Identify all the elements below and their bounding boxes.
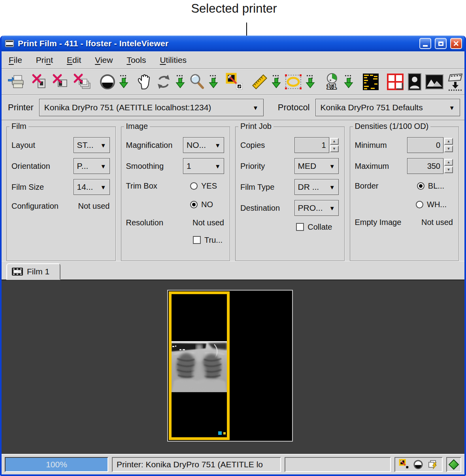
true-size-checkbox[interactable] [193,236,201,244]
true-size-label: Tru... [204,236,223,245]
chevron-down-icon: ▼ [325,205,335,212]
collate-label: Collate [308,223,332,232]
copies-up-button[interactable]: ▲ [330,138,339,145]
maximum-up-button[interactable]: ▲ [444,159,453,166]
printer-dropdown[interactable]: Konika DryPro 751 (AETITLE localhost:123… [39,99,264,116]
protocol-value: Konika DryPro 751 Defaults [321,103,423,112]
minimize-button[interactable] [419,38,431,49]
window-film-icon [5,40,14,47]
minimum-up-button[interactable]: ▲ [444,138,453,145]
printer-value: Konika DryPro 751 (AETITLE localhost:123… [44,103,211,112]
ruler-icon[interactable] [250,72,270,92]
print-film-window: Print Film - 411 - lfoster - InteleViewe… [0,36,466,476]
film-cell-empty[interactable] [230,291,292,441]
copies-label: Copies [240,141,265,150]
print-film-icon[interactable] [6,72,26,91]
film-size-dropdown[interactable]: 14...▼ [74,179,110,195]
film-cell-selected[interactable] [169,291,230,440]
collate-checkbox[interactable] [296,223,304,231]
smoothing-dropdown[interactable]: 1▼ [183,158,224,174]
menu-utilities[interactable]: Utilities [160,55,187,65]
pan-icon[interactable] [135,72,154,91]
menu-print[interactable]: Print [36,55,53,65]
priority-label: Priority [240,162,265,171]
minimum-stepper[interactable]: 0▲▼ [407,137,453,153]
zoom-1-1-menu-icon[interactable] [342,73,355,91]
empty-image-label: Empty Image [355,218,402,227]
chevron-down-icon: ▼ [96,184,106,191]
apply-stack-icon[interactable] [427,459,439,470]
empty-image-value: Not used [421,218,453,227]
image-mode-icon[interactable] [424,73,445,91]
window-level-icon[interactable] [98,72,117,91]
ruler-menu-icon[interactable] [270,73,283,91]
window-title: Print Film - 411 - lfoster - InteleViewe… [18,39,416,48]
printer-bar: Printer Konika DryPro 751 (AETITLE local… [2,95,464,120]
export-film-icon[interactable] [446,72,464,92]
menu-tools[interactable]: Tools [126,55,146,65]
film-size-label: Film Size [11,183,44,192]
maximize-button[interactable] [435,38,447,49]
copies-down-button[interactable]: ▼ [330,145,339,152]
svg-text:1:1: 1:1 [327,83,337,91]
film-type-dropdown[interactable]: DR ...▼ [294,179,339,195]
configuration-value: Not used [78,202,109,211]
orientation-dropdown[interactable]: P...▼ [74,158,110,174]
maximum-stepper[interactable]: 350▲▼ [407,158,453,174]
border-white-radio[interactable] [416,201,423,208]
layout-dropdown[interactable]: ST...▼ [74,137,110,153]
status-blank-panel [285,457,391,472]
title-bar[interactable]: Print Film - 411 - lfoster - InteleViewe… [2,36,464,51]
ellipse-roi-icon[interactable] [283,72,304,91]
print-job-group: Print Job Copies 1▲▼ Priority MED▼ Film … [235,127,345,261]
clear-all-films-icon[interactable] [72,72,92,91]
pointer-link-status-icon[interactable] [399,459,410,470]
minimum-label: Minimum [355,141,387,150]
menu-edit[interactable]: Edit [67,55,81,65]
portrait-mode-icon[interactable] [407,72,423,92]
menu-view[interactable]: View [95,55,113,65]
magnification-dropdown[interactable]: NO...▼ [183,137,224,153]
priority-dropdown[interactable]: MED▼ [294,158,339,174]
clear-image-icon[interactable] [30,72,49,91]
refresh-menu-icon[interactable] [174,73,187,91]
chevron-down-icon: ▼ [445,104,455,111]
zoom-1-1-icon[interactable]: 1:1 [321,72,342,92]
border-white-label: WH... [427,200,447,209]
film-strip-icon [12,268,23,276]
close-button[interactable]: ✕ [450,38,462,49]
tab-film-1[interactable]: Film 1 [6,263,60,280]
film-tab-bar: Film 1 [2,261,464,280]
settings-panels: Film Layout ST...▼ Orientation P...▼ Fil… [2,120,464,261]
minimum-down-button[interactable]: ▼ [444,145,453,152]
destination-dropdown[interactable]: PRO...▼ [294,200,339,216]
magnify-icon[interactable] [187,72,207,91]
magnify-menu-icon[interactable] [207,73,220,91]
copies-stepper[interactable]: 1▲▼ [294,137,339,153]
layout-label: Layout [11,141,35,150]
callout-selected-printer: Selected printer [191,2,277,16]
progress-text: 100% [46,460,67,469]
menu-file[interactable]: File [9,55,22,65]
layout-grid-icon[interactable] [386,72,405,92]
toggle-overlays-icon[interactable] [361,72,380,92]
densities-group-title: Densities (1/100 OD) [353,122,431,131]
magnification-label: Magnification [126,141,173,150]
destination-label: Destination [240,204,280,213]
chevron-down-icon: ▼ [249,104,258,111]
chevron-down-icon: ▼ [96,142,106,149]
window-level-status-icon[interactable] [413,459,423,470]
trim-no-radio[interactable] [190,201,198,208]
maximum-down-button[interactable]: ▼ [444,166,453,173]
trim-yes-radio[interactable] [190,182,198,190]
window-level-menu-icon[interactable] [117,73,130,91]
ellipse-roi-menu-icon[interactable] [304,73,317,91]
status-bar: 100% Printer: Konika DryPro 751 (AETITLE… [2,454,464,474]
status-printer-panel: Printer: Konika DryPro 751 (AETITLE lo [112,457,281,472]
border-black-radio[interactable] [417,182,424,190]
clear-film-icon[interactable] [51,72,70,91]
protocol-dropdown[interactable]: Konika DryPro 751 Defaults ▼ [315,99,460,116]
pointer-link-icon[interactable] [225,72,244,92]
image-marker-yellow [223,432,226,434]
refresh-icon[interactable] [154,72,174,91]
